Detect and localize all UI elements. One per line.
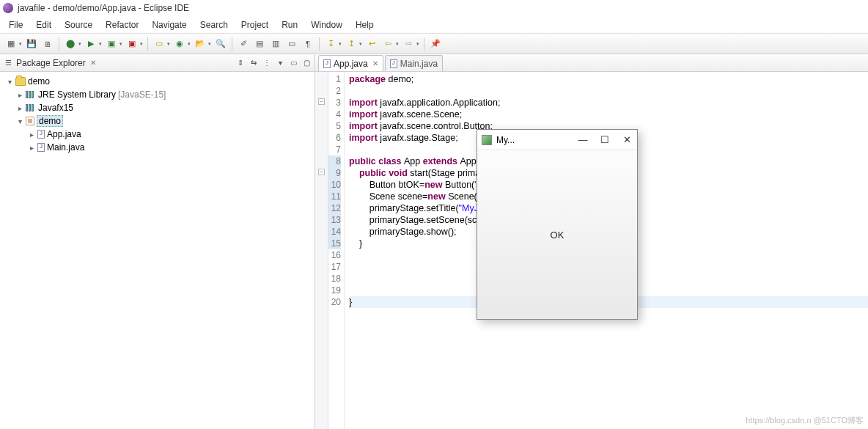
minimize-view-icon[interactable]: ▭	[288, 58, 298, 68]
next-ann-icon[interactable]: ↧	[324, 37, 337, 51]
file-node-app[interactable]: ▸ App.java	[4, 128, 310, 141]
library-icon	[26, 91, 36, 98]
tab-label: App.java	[334, 59, 368, 69]
java-file-icon	[390, 59, 397, 68]
file-node-main[interactable]: ▸ Main.java	[4, 141, 310, 154]
last-edit-icon[interactable]: ↩	[365, 37, 378, 51]
eclipse-icon	[3, 3, 13, 13]
window-title-bar: javafile - demo/demo/App.java - Eclipse …	[0, 0, 868, 16]
package-explorer-header: ☰ Package Explorer ✕ ⇕ ⇆ ⋮ ▾ ▭ ▢	[0, 54, 315, 72]
file-label: App.java	[47, 129, 81, 139]
pin-icon[interactable]: 📌	[429, 37, 442, 51]
view-close-icon[interactable]: ✕	[90, 59, 96, 67]
collapse-all-icon[interactable]: ⇕	[235, 58, 246, 68]
jre-lib-suffix: [JavaSE-15]	[118, 89, 166, 100]
save-icon[interactable]: 💾	[25, 37, 38, 51]
package-tree[interactable]: ▾ demo ▸ JRE System Library [JavaSE-15] …	[0, 72, 315, 157]
menu-file[interactable]: File	[3, 18, 29, 32]
editor-tabs: App.java ✕ Main.java	[315, 54, 868, 72]
library-icon	[26, 104, 36, 111]
save-all-icon[interactable]: 🗎	[41, 37, 54, 51]
coverage-icon[interactable]: ▣	[105, 37, 118, 51]
java-file-icon	[37, 130, 45, 139]
prev-ann-icon[interactable]: ↥	[345, 37, 358, 51]
tab-close-icon[interactable]: ✕	[372, 59, 378, 67]
twisty-open-icon[interactable]: ▾	[16, 117, 23, 125]
menu-navigate[interactable]: Navigate	[146, 18, 192, 32]
window-title: javafile - demo/demo/App.java - Eclipse …	[18, 3, 189, 13]
twisty-closed-icon[interactable]: ▸	[28, 131, 35, 139]
block-sel-icon[interactable]: ▭	[285, 37, 298, 51]
project-node[interactable]: ▾ demo	[4, 75, 310, 88]
javafx-app-icon	[482, 135, 492, 145]
javafx-lib-node[interactable]: ▸ Javafx15	[4, 101, 310, 114]
run-icon[interactable]: ▶	[84, 37, 98, 51]
tab-main-java[interactable]: Main.java	[385, 55, 443, 71]
javafx-app-window[interactable]: My... — ☐ ✕ OK	[477, 129, 638, 320]
mark-occur-icon[interactable]: ▥	[269, 37, 282, 51]
package-label: demo	[37, 115, 63, 127]
jre-lib-node[interactable]: ▸ JRE System Library [JavaSE-15]	[4, 88, 310, 101]
new-class-icon[interactable]: ◉	[173, 37, 186, 51]
java-file-icon	[37, 143, 45, 152]
twisty-open-icon[interactable]: ▾	[6, 78, 13, 86]
ext-tools-icon[interactable]: ▣	[125, 37, 139, 51]
window-close-icon[interactable]: ✕	[621, 134, 633, 145]
tab-label: Main.java	[400, 59, 438, 69]
jre-lib-label: JRE System Library	[38, 89, 116, 100]
package-icon	[26, 117, 34, 125]
debug-icon[interactable]: ⬤	[64, 37, 77, 51]
project-icon	[15, 77, 26, 86]
back-icon[interactable]: ⇦	[381, 37, 394, 51]
menu-window[interactable]: Window	[305, 18, 348, 32]
package-node[interactable]: ▾ demo	[4, 114, 310, 128]
filter-icon[interactable]: ⋮	[262, 58, 272, 68]
menu-source[interactable]: Source	[59, 18, 98, 32]
java-file-icon	[323, 59, 331, 68]
window-minimize-icon[interactable]: —	[577, 134, 589, 145]
new-icon[interactable]: ▦	[4, 37, 18, 51]
javafx-scene: OK	[477, 150, 637, 319]
tab-app-java[interactable]: App.java ✕	[318, 55, 383, 71]
twisty-closed-icon[interactable]: ▸	[16, 104, 23, 112]
show-ws-icon[interactable]: ¶	[301, 37, 315, 51]
menu-bar: File Edit Source Refactor Navigate Searc…	[0, 16, 868, 34]
package-explorer-title: Package Explorer	[16, 58, 86, 68]
folding-ruler[interactable]: −−	[315, 72, 328, 429]
window-maximize-icon[interactable]: ☐	[599, 134, 611, 145]
menu-edit[interactable]: Edit	[30, 18, 57, 32]
twisty-closed-icon[interactable]: ▸	[28, 144, 35, 152]
wand-icon[interactable]: ✐	[237, 37, 250, 51]
menu-refactor[interactable]: Refactor	[100, 18, 144, 32]
menu-help[interactable]: Help	[350, 18, 380, 32]
javafx-title: My...	[496, 135, 515, 145]
link-editor-icon[interactable]: ⇆	[249, 58, 259, 68]
menu-project[interactable]: Project	[235, 18, 274, 32]
package-explorer-icon: ☰	[3, 58, 13, 68]
main-toolbar: ▦▾ 💾 🗎 ⬤▾ ▶▾ ▣▾ ▣▾ ▭▾ ◉▾ 📂▾ 🔍 ✐ ▤ ▥ ▭ ¶ …	[0, 34, 868, 54]
watermark: https://blog.csdn.n @51CTO博客	[746, 415, 864, 426]
twisty-closed-icon[interactable]: ▸	[16, 91, 23, 99]
menu-run[interactable]: Run	[276, 18, 304, 32]
new-pkg-icon[interactable]: ▭	[152, 37, 166, 51]
search-icon[interactable]: 🔍	[214, 37, 227, 51]
javafx-lib-label: Javafx15	[38, 103, 73, 113]
javafx-titlebar[interactable]: My... — ☐ ✕	[477, 130, 637, 150]
project-label: demo	[28, 76, 50, 87]
maximize-view-icon[interactable]: ▢	[301, 58, 312, 68]
ok-button[interactable]: OK	[551, 230, 564, 241]
menu-search[interactable]: Search	[194, 18, 234, 32]
open-type-icon[interactable]: 📂	[194, 37, 207, 51]
toggle-breadcrumb-icon[interactable]: ▤	[253, 37, 266, 51]
file-label: Main.java	[47, 142, 84, 153]
forward-icon[interactable]: ⇨	[402, 37, 415, 51]
view-menu-icon[interactable]: ▾	[275, 58, 285, 68]
line-number-gutter[interactable]: 1234567891011121314151617181920	[328, 72, 345, 429]
main-area: ☰ Package Explorer ✕ ⇕ ⇆ ⋮ ▾ ▭ ▢ ▾ demo …	[0, 54, 868, 429]
package-explorer-view: ☰ Package Explorer ✕ ⇕ ⇆ ⋮ ▾ ▭ ▢ ▾ demo …	[0, 54, 315, 429]
